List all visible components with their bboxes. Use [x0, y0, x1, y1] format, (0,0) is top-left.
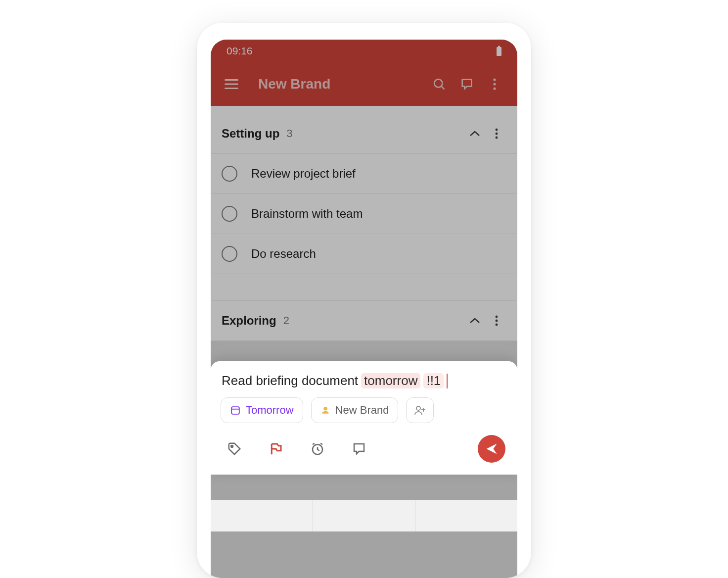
comments-icon[interactable] — [453, 70, 481, 98]
svg-rect-2 — [225, 79, 238, 81]
svg-rect-3 — [225, 84, 238, 85]
text-cursor — [447, 374, 448, 388]
section-count: 3 — [286, 127, 292, 140]
app-bar: New Brand — [211, 62, 517, 106]
project-label: New Brand — [335, 404, 389, 417]
due-date-label: Tomorrow — [246, 404, 294, 417]
quick-add-toolbar — [220, 430, 508, 467]
svg-rect-0 — [497, 47, 501, 56]
svg-rect-16 — [231, 407, 239, 414]
task-row[interactable]: Brainstorm with team — [211, 194, 517, 234]
more-vertical-icon[interactable] — [486, 123, 507, 144]
chevron-up-icon[interactable] — [464, 123, 486, 144]
task-input-text: Read briefing document — [222, 373, 358, 388]
submit-button[interactable] — [478, 435, 505, 463]
more-vertical-icon[interactable] — [486, 310, 507, 332]
task-input[interactable]: Read briefing document tomorrow !!1 — [220, 371, 508, 397]
task-row[interactable]: Review project brief — [211, 154, 517, 194]
svg-point-11 — [496, 133, 498, 135]
task-checkbox[interactable] — [222, 246, 237, 262]
due-date-chip[interactable]: Tomorrow — [221, 397, 303, 423]
section-count: 2 — [283, 314, 289, 327]
task-list: Setting up 3 Review project brief Brains… — [211, 106, 517, 341]
phone-frame: 09:16 New Brand Setting up — [197, 23, 531, 578]
chip-row: Tomorrow New Brand — [220, 397, 508, 430]
more-vertical-icon[interactable] — [481, 70, 508, 98]
status-bar: 09:16 — [211, 40, 517, 62]
battery-icon — [496, 46, 502, 56]
svg-point-7 — [493, 78, 496, 81]
comment-icon[interactable] — [349, 439, 369, 459]
quick-add-sheet: Read briefing document tomorrow !!1 Tomo… — [211, 361, 517, 475]
svg-point-9 — [493, 87, 496, 90]
svg-point-10 — [496, 129, 498, 131]
svg-point-5 — [434, 79, 442, 87]
search-icon[interactable] — [425, 70, 453, 98]
svg-point-18 — [323, 407, 327, 411]
task-checkbox[interactable] — [222, 166, 237, 182]
reminder-alarm-icon[interactable] — [308, 439, 327, 459]
label-icon[interactable] — [225, 439, 244, 459]
svg-rect-4 — [225, 88, 238, 89]
svg-point-13 — [496, 316, 498, 318]
parsed-date-token: tomorrow — [361, 373, 420, 388]
priority-flag-icon[interactable] — [266, 439, 286, 459]
chevron-up-icon[interactable] — [464, 310, 486, 332]
assign-chip[interactable] — [406, 397, 434, 423]
svg-point-19 — [416, 406, 420, 410]
task-title: Do research — [251, 247, 316, 261]
parsed-priority-token: !!1 — [423, 373, 444, 388]
clock-time: 09:16 — [227, 45, 253, 57]
svg-line-6 — [442, 87, 445, 90]
svg-point-12 — [496, 137, 498, 139]
task-row[interactable]: Do research — [211, 234, 517, 274]
section-gap — [211, 274, 517, 301]
hamburger-menu-icon[interactable] — [220, 72, 243, 96]
svg-point-8 — [493, 83, 496, 85]
svg-point-14 — [496, 320, 498, 322]
svg-point-22 — [231, 445, 233, 447]
svg-point-15 — [496, 324, 498, 326]
project-title: New Brand — [243, 76, 425, 92]
keyboard-suggestion-bar[interactable] — [211, 500, 517, 531]
project-chip[interactable]: New Brand — [311, 397, 399, 423]
task-title: Brainstorm with team — [251, 207, 363, 221]
screen: 09:16 New Brand Setting up — [211, 40, 517, 578]
task-checkbox[interactable] — [222, 206, 237, 222]
section-title: Setting up — [222, 127, 279, 141]
section-header[interactable]: Exploring 2 — [211, 301, 517, 341]
section-header[interactable]: Setting up 3 — [211, 106, 517, 154]
svg-rect-1 — [498, 46, 500, 48]
task-title: Review project brief — [251, 167, 356, 181]
section-title: Exploring — [222, 314, 276, 328]
